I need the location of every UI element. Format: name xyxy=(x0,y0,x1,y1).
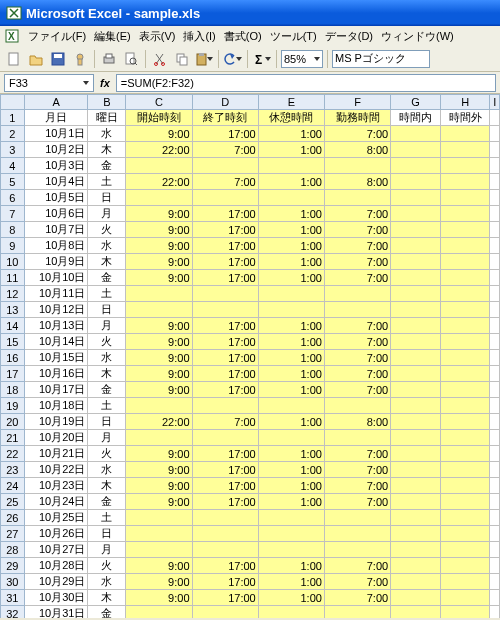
cell[interactable] xyxy=(440,302,490,318)
cell[interactable]: 1:00 xyxy=(258,366,324,382)
cell[interactable] xyxy=(324,158,390,174)
cell[interactable] xyxy=(440,350,490,366)
menu-view[interactable]: 表示(V) xyxy=(139,29,176,44)
cell[interactable]: 火 xyxy=(88,334,126,350)
row-header[interactable]: 14 xyxy=(1,318,25,334)
cell[interactable]: 木 xyxy=(88,478,126,494)
cell[interactable]: 勤務時間 xyxy=(324,110,390,126)
cell[interactable]: 木 xyxy=(88,366,126,382)
cell[interactable] xyxy=(440,270,490,286)
cell[interactable] xyxy=(490,526,500,542)
cell[interactable] xyxy=(490,270,500,286)
row-header[interactable]: 24 xyxy=(1,478,25,494)
cell[interactable] xyxy=(490,462,500,478)
cell[interactable] xyxy=(490,222,500,238)
cell[interactable]: 10月2日 xyxy=(24,142,88,158)
row-header[interactable]: 8 xyxy=(1,222,25,238)
cell[interactable] xyxy=(391,398,441,414)
paste-button[interactable] xyxy=(194,49,214,69)
cell[interactable]: 木 xyxy=(88,590,126,606)
cell[interactable]: 9:00 xyxy=(126,382,192,398)
cell[interactable] xyxy=(391,158,441,174)
cell[interactable]: 火 xyxy=(88,558,126,574)
cell[interactable]: 金 xyxy=(88,158,126,174)
cell[interactable] xyxy=(440,126,490,142)
cell[interactable]: 17:00 xyxy=(192,222,258,238)
cell[interactable] xyxy=(258,158,324,174)
cell[interactable]: 7:00 xyxy=(192,174,258,190)
row-header[interactable]: 13 xyxy=(1,302,25,318)
cell[interactable]: 9:00 xyxy=(126,478,192,494)
cell[interactable] xyxy=(258,302,324,318)
row-header[interactable]: 11 xyxy=(1,270,25,286)
cell[interactable] xyxy=(440,430,490,446)
row-header[interactable]: 20 xyxy=(1,414,25,430)
cell[interactable] xyxy=(440,590,490,606)
cell[interactable]: 10月17日 xyxy=(24,382,88,398)
cell[interactable]: 17:00 xyxy=(192,590,258,606)
cell[interactable]: 10月3日 xyxy=(24,158,88,174)
cell[interactable] xyxy=(440,542,490,558)
row-header[interactable]: 29 xyxy=(1,558,25,574)
cell[interactable]: 9:00 xyxy=(126,254,192,270)
cell[interactable] xyxy=(391,462,441,478)
cell[interactable] xyxy=(440,142,490,158)
cell[interactable] xyxy=(324,606,390,619)
cell[interactable] xyxy=(490,606,500,619)
cell[interactable]: 7:00 xyxy=(192,142,258,158)
cell[interactable]: 9:00 xyxy=(126,270,192,286)
cell[interactable] xyxy=(258,286,324,302)
cell[interactable]: 17:00 xyxy=(192,238,258,254)
cell[interactable]: 1:00 xyxy=(258,142,324,158)
cell[interactable]: 10月21日 xyxy=(24,446,88,462)
cell[interactable] xyxy=(391,286,441,302)
cell[interactable] xyxy=(490,414,500,430)
cell[interactable]: 22:00 xyxy=(126,142,192,158)
row-header[interactable]: 7 xyxy=(1,206,25,222)
cell[interactable]: 7:00 xyxy=(324,318,390,334)
cell[interactable]: 10月13日 xyxy=(24,318,88,334)
cell[interactable] xyxy=(440,222,490,238)
cell[interactable] xyxy=(490,334,500,350)
cell[interactable]: 1:00 xyxy=(258,238,324,254)
cell[interactable]: 17:00 xyxy=(192,254,258,270)
cell[interactable] xyxy=(490,494,500,510)
cell[interactable]: 10月15日 xyxy=(24,350,88,366)
cell[interactable]: 8:00 xyxy=(324,142,390,158)
row-header[interactable]: 27 xyxy=(1,526,25,542)
cell[interactable] xyxy=(440,254,490,270)
cell[interactable] xyxy=(391,254,441,270)
col-header-D[interactable]: D xyxy=(192,95,258,110)
row-header[interactable]: 31 xyxy=(1,590,25,606)
fx-label[interactable]: fx xyxy=(96,77,114,89)
cell[interactable] xyxy=(391,558,441,574)
cell[interactable] xyxy=(440,606,490,619)
cell[interactable] xyxy=(324,286,390,302)
cell[interactable]: 10月10日 xyxy=(24,270,88,286)
cell[interactable] xyxy=(490,590,500,606)
cell[interactable]: 10月12日 xyxy=(24,302,88,318)
cell[interactable] xyxy=(192,286,258,302)
cell[interactable]: 7:00 xyxy=(324,270,390,286)
cell[interactable]: 7:00 xyxy=(324,574,390,590)
menu-tools[interactable]: ツール(T) xyxy=(270,29,317,44)
cell[interactable] xyxy=(126,542,192,558)
cell[interactable] xyxy=(192,510,258,526)
cell[interactable]: 火 xyxy=(88,222,126,238)
cell[interactable] xyxy=(324,526,390,542)
cell[interactable] xyxy=(440,190,490,206)
cell[interactable]: 9:00 xyxy=(126,558,192,574)
open-button[interactable] xyxy=(26,49,46,69)
cell[interactable]: 水 xyxy=(88,462,126,478)
menu-format[interactable]: 書式(O) xyxy=(224,29,262,44)
preview-button[interactable] xyxy=(121,49,141,69)
cell[interactable]: 9:00 xyxy=(126,206,192,222)
cell[interactable] xyxy=(490,158,500,174)
cell[interactable]: 日 xyxy=(88,526,126,542)
row-header[interactable]: 21 xyxy=(1,430,25,446)
cell[interactable]: 17:00 xyxy=(192,318,258,334)
col-header-E[interactable]: E xyxy=(258,95,324,110)
permission-button[interactable] xyxy=(70,49,90,69)
row-header[interactable]: 17 xyxy=(1,366,25,382)
cell[interactable] xyxy=(192,158,258,174)
